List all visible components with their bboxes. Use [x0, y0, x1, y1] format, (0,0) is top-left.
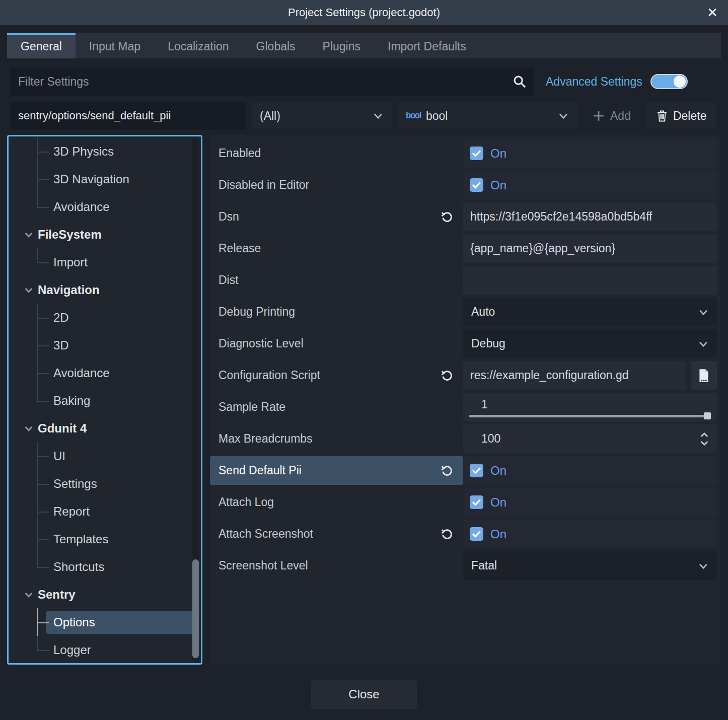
property-path-input[interactable] — [10, 102, 246, 130]
checkbox-state-label: On — [490, 495, 506, 510]
dropdown-field[interactable]: Debug — [463, 329, 717, 358]
tree-item-baking[interactable]: Baking — [37, 387, 201, 414]
tree-item-ui[interactable]: UI — [37, 442, 201, 470]
revert-icon[interactable] — [440, 464, 454, 478]
property-label-cell[interactable]: Sample Rate — [210, 393, 463, 421]
tree-item-avoidance[interactable]: Avoidance — [37, 193, 201, 221]
spinbox-field[interactable]: 100 — [463, 424, 717, 453]
delete-button-label: Delete — [673, 109, 706, 123]
tree-section-navigation[interactable]: Navigation — [9, 276, 201, 304]
category-dropdown[interactable]: (All) — [252, 102, 392, 130]
checkbox-checked[interactable] — [470, 527, 483, 541]
checkbox-checked[interactable] — [470, 495, 483, 509]
property-label-cell[interactable]: Max Breadcrumbs — [210, 424, 463, 453]
checkbox-checked[interactable] — [470, 147, 483, 160]
tree-section-sentry[interactable]: Sentry — [9, 581, 201, 608]
tree-item-label: Templates — [46, 528, 116, 551]
text-field-value: res://example_configuration.gd — [470, 369, 629, 382]
property-label-cell[interactable]: Disabled in Editor — [210, 171, 463, 199]
tree-section-gdunit-4[interactable]: Gdunit 4 — [9, 414, 201, 442]
property-label-cell[interactable]: Release — [210, 234, 463, 263]
tree-item-options[interactable]: Options — [37, 608, 201, 636]
property-row-sample-rate: Sample Rate1 — [210, 391, 718, 423]
text-field[interactable]: {app_name}@{app_version} — [463, 234, 717, 263]
revert-icon[interactable] — [440, 369, 454, 383]
add-button[interactable]: Add — [583, 102, 640, 130]
tree-section-label: Navigation — [38, 283, 100, 297]
tree-item-2d[interactable]: 2D — [37, 304, 201, 331]
window-title: Project Settings (project.godot) — [288, 6, 440, 19]
type-dropdown[interactable]: bool bool — [398, 102, 577, 130]
properties-panel: EnabledOnDisabled in EditorOnDsnhttps://… — [210, 135, 720, 665]
check-icon — [472, 180, 481, 190]
checkbox-field[interactable]: On — [463, 520, 717, 548]
checkbox-field[interactable]: On — [463, 139, 717, 168]
sidebar-scrollbar-thumb[interactable] — [192, 559, 199, 658]
tab-import-defaults[interactable]: Import Defaults — [374, 33, 480, 58]
text-field[interactable] — [463, 266, 717, 295]
revert-icon[interactable] — [440, 210, 454, 224]
close-button[interactable]: Close — [311, 680, 417, 709]
tree-item-3d[interactable]: 3D — [37, 331, 201, 359]
property-label-cell[interactable]: Attach Screenshot — [210, 520, 463, 548]
tree-item-logger[interactable]: Logger — [37, 636, 201, 664]
property-row-release: Release{app_name}@{app_version} — [210, 233, 718, 264]
property-label: Debug Printing — [219, 305, 295, 319]
property-label-cell[interactable]: Enabled — [210, 139, 463, 168]
slider-handle[interactable] — [704, 412, 711, 419]
property-label-cell[interactable]: Send Default Pii — [210, 456, 463, 485]
property-label-cell[interactable]: Screenshot Level — [210, 551, 463, 580]
property-row-attach-log: Attach LogOn — [210, 486, 718, 518]
close-icon[interactable]: ✕ — [704, 0, 721, 25]
tab-plugins[interactable]: Plugins — [309, 33, 374, 58]
tab-general[interactable]: General — [7, 33, 76, 58]
tab-globals[interactable]: Globals — [243, 33, 309, 58]
property-label-cell[interactable]: Dist — [210, 266, 463, 295]
tree-item-settings[interactable]: Settings — [37, 470, 201, 497]
checkbox-state-label: On — [490, 178, 506, 192]
tree-item-avoidance[interactable]: Avoidance — [37, 359, 201, 387]
text-field[interactable]: https://3f1e095cf2e14598a0bd5b4ff — [463, 202, 717, 231]
checkbox-field[interactable]: On — [463, 171, 717, 199]
property-label-cell[interactable]: Debug Printing — [210, 298, 463, 326]
tree-item-3d-physics[interactable]: 3D Physics — [37, 137, 201, 165]
checkbox-checked[interactable] — [470, 178, 483, 192]
checkbox-state-label: On — [490, 147, 506, 161]
tree-item-label: Baking — [46, 389, 98, 412]
dropdown-field[interactable]: Auto — [463, 298, 717, 326]
tree-item-import[interactable]: Import — [37, 248, 201, 276]
tree-item-templates[interactable]: Templates — [37, 525, 201, 553]
tree-item-report[interactable]: Report — [37, 497, 201, 525]
tab-input-map[interactable]: Input Map — [76, 33, 154, 58]
spinner-updown-icon[interactable] — [699, 431, 710, 447]
slider-track[interactable] — [469, 415, 711, 417]
dropdown-field[interactable]: Fatal — [463, 551, 717, 580]
checkbox-field[interactable]: On — [463, 488, 717, 517]
text-field[interactable]: res://example_configuration.gd — [463, 361, 686, 390]
tree-section-label: Sentry — [38, 588, 76, 602]
checkbox-field[interactable]: On — [463, 456, 717, 485]
tab-localization[interactable]: Localization — [154, 33, 242, 58]
open-file-button[interactable] — [691, 361, 717, 390]
advanced-settings-toggle[interactable] — [650, 74, 688, 89]
tree-item-3d-navigation[interactable]: 3D Navigation — [37, 165, 201, 193]
checkbox-checked[interactable] — [470, 464, 483, 477]
revert-icon[interactable] — [440, 527, 454, 541]
tree-item-shortcuts[interactable]: Shortcuts — [37, 553, 201, 581]
title-bar: Project Settings (project.godot) ✕ — [0, 0, 728, 25]
chevron-down-icon — [373, 110, 384, 121]
advanced-settings-label[interactable]: Advanced Settings — [546, 75, 642, 89]
property-label-cell[interactable]: Dsn — [210, 202, 463, 231]
property-label: Screenshot Level — [219, 559, 308, 572]
property-label-cell[interactable]: Attach Log — [210, 488, 463, 517]
tree-item-label: UI — [46, 445, 73, 468]
property-label-cell[interactable]: Diagnostic Level — [210, 329, 463, 358]
bool-type-icon: bool — [406, 111, 421, 121]
tree-item-label: Report — [46, 500, 97, 523]
property-row-disabled-in-editor: Disabled in EditorOn — [210, 169, 718, 201]
filter-settings-input[interactable] — [10, 67, 534, 96]
delete-button[interactable]: Delete — [647, 102, 715, 130]
property-label-cell[interactable]: Configuration Script — [210, 361, 463, 390]
tree-section-filesystem[interactable]: FileSystem — [9, 221, 201, 248]
slider-field[interactable]: 1 — [463, 393, 717, 421]
